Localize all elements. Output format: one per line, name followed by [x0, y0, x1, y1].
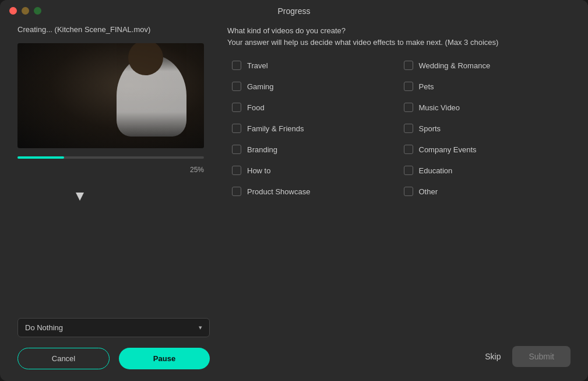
checkbox-company[interactable]: Company Events — [399, 139, 571, 160]
checkbox-pets-label: Pets — [419, 82, 434, 91]
skip-button[interactable]: Skip — [485, 352, 501, 361]
main-content: Creating... (Kitchen Scene_FINAL.mov) 25… — [0, 19, 588, 381]
checkbox-family-label: Family & Friends — [247, 124, 304, 133]
question-text: What kind of videos do you create? Your … — [227, 25, 571, 48]
checkbox-product-label: Product Showcase — [247, 187, 310, 196]
checkbox-branding-label: Branding — [247, 145, 277, 154]
checkbox-company-label: Company Events — [419, 145, 477, 154]
progress-percent: 25% — [17, 166, 204, 174]
action-buttons: Cancel Pause — [17, 348, 210, 369]
checkbox-gaming-label: Gaming — [247, 82, 274, 91]
checkbox-company-box[interactable] — [404, 145, 413, 154]
checkbox-gaming[interactable]: Gaming — [227, 76, 399, 97]
checkbox-other-label: Other — [419, 187, 438, 196]
traffic-lights — [9, 7, 41, 15]
checkbox-travel-label: Travel — [247, 61, 268, 70]
video-thumbnail — [17, 43, 204, 148]
checkbox-other-box[interactable] — [404, 187, 413, 196]
checkbox-wedding-label: Wedding & Romance — [419, 61, 491, 70]
checkbox-product[interactable]: Product Showcase — [227, 181, 399, 202]
cancel-button[interactable]: Cancel — [17, 348, 110, 369]
bottom-actions: Skip Submit — [227, 341, 571, 369]
checkbox-music-box[interactable] — [404, 103, 413, 112]
checkbox-howto[interactable]: How to — [227, 160, 399, 181]
dropdown-label: Do Nothing — [25, 323, 63, 332]
checkbox-wedding-box[interactable] — [404, 61, 413, 70]
checkbox-pets[interactable]: Pets — [399, 76, 571, 97]
checkbox-gaming-box[interactable] — [232, 82, 241, 91]
cursor-area — [17, 181, 210, 311]
checkbox-product-box[interactable] — [232, 187, 241, 196]
minimize-button[interactable] — [22, 7, 29, 15]
checkbox-grid: Travel Gaming Food Family & Friends — [227, 55, 571, 334]
maximize-button[interactable] — [34, 7, 41, 15]
checkbox-pets-box[interactable] — [404, 82, 413, 91]
checkbox-branding[interactable]: Branding — [227, 139, 399, 160]
window-title: Progress — [277, 6, 310, 16]
checkbox-education[interactable]: Education — [399, 160, 571, 181]
progress-bar-container — [17, 156, 204, 159]
checkbox-travel-box[interactable] — [232, 61, 241, 70]
right-panel: What kind of videos do you create? Your … — [227, 25, 571, 369]
checkbox-family-box[interactable] — [232, 124, 241, 133]
pause-button[interactable]: Pause — [119, 348, 210, 369]
submit-button[interactable]: Submit — [512, 346, 571, 367]
checkbox-music[interactable]: Music Video — [399, 97, 571, 118]
checkbox-music-label: Music Video — [419, 103, 460, 112]
checkbox-sports-label: Sports — [419, 124, 441, 133]
checkbox-food[interactable]: Food — [227, 97, 399, 118]
close-button[interactable] — [9, 7, 17, 15]
checkbox-howto-box[interactable] — [232, 166, 241, 175]
checkbox-food-box[interactable] — [232, 103, 241, 112]
checkbox-education-box[interactable] — [404, 166, 413, 175]
do-nothing-dropdown[interactable]: Do Nothing ▾ — [17, 318, 210, 337]
checkbox-family[interactable]: Family & Friends — [227, 118, 399, 139]
creating-label: Creating... (Kitchen Scene_FINAL.mov) — [17, 25, 210, 34]
checkbox-food-label: Food — [247, 103, 265, 112]
checkbox-howto-label: How to — [247, 166, 270, 175]
left-panel: Creating... (Kitchen Scene_FINAL.mov) 25… — [17, 25, 210, 369]
checkbox-other[interactable]: Other — [399, 181, 571, 202]
checkbox-branding-box[interactable] — [232, 145, 241, 154]
checkbox-wedding[interactable]: Wedding & Romance — [399, 55, 571, 76]
chevron-down-icon: ▾ — [199, 324, 202, 331]
checkbox-col2: Wedding & Romance Pets Music Video Sport… — [399, 55, 571, 334]
checkbox-education-label: Education — [419, 166, 453, 175]
checkbox-sports-box[interactable] — [404, 124, 413, 133]
cursor-icon — [76, 193, 84, 201]
checkbox-sports[interactable]: Sports — [399, 118, 571, 139]
checkbox-travel[interactable]: Travel — [227, 55, 399, 76]
video-image — [17, 43, 204, 148]
main-window: Progress Creating... (Kitchen Scene_FINA… — [0, 0, 588, 381]
checkbox-col1: Travel Gaming Food Family & Friends — [227, 55, 399, 334]
progress-bar-fill — [17, 156, 64, 159]
titlebar: Progress — [0, 0, 588, 19]
